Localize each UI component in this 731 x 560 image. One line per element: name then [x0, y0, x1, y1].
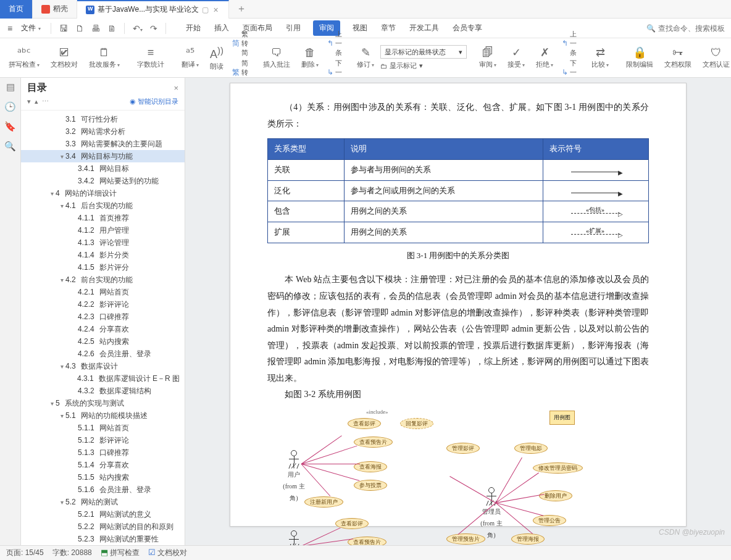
doc-auth-button[interactable]: 🛡文档认证	[698, 40, 731, 77]
paragraph: 如图 3-2 系统用例图	[267, 387, 649, 403]
hamburger-icon[interactable]: ≡	[5, 23, 15, 33]
outline-item[interactable]: ▾4.3数据库设计	[21, 360, 185, 372]
search-icon[interactable]: 🔍	[5, 141, 16, 152]
page-indicator[interactable]: 页面: 15/45	[6, 548, 44, 558]
read-button[interactable]: A))朗读	[205, 40, 228, 77]
command-search[interactable]: 🔍	[646, 24, 726, 33]
qa-print-icon[interactable]: 🖶	[88, 23, 103, 33]
wordcount-button[interactable]: ≡字数统计	[132, 40, 169, 77]
accept-button[interactable]: ✓接受▾	[503, 40, 530, 77]
file-menu[interactable]: 文件 ▾	[16, 23, 45, 33]
outline-item[interactable]: 5.2.2网站测试的目的和原则	[21, 520, 185, 533]
ribbon-tab-insert[interactable]: 插入	[213, 20, 230, 36]
show-marks-button[interactable]: 🗀显示标记▾	[380, 61, 467, 70]
outline-item[interactable]: 5.1.2影评评论	[21, 434, 185, 446]
outline-item[interactable]: ▾5.1网站的功能模块描述	[21, 409, 185, 422]
tab-add-button[interactable]: ＋	[229, 2, 254, 15]
proof-status[interactable]: ☑ 文档校对	[148, 548, 187, 558]
bookmark-icon[interactable]: 🔖	[5, 121, 16, 132]
outline-item[interactable]: 4.3.2数据库逻辑结构	[21, 385, 185, 397]
outline-item[interactable]: 3.4.1网站目标	[21, 162, 185, 175]
outline-item[interactable]: 5.1.1网站首页	[21, 422, 185, 434]
outline-item[interactable]: 3.3网站需要解决的主要问题	[21, 138, 185, 150]
outline-item[interactable]: ▾4.2前台实现的功能	[21, 274, 185, 286]
outline-item[interactable]: ▾4网站的详细设计	[21, 187, 185, 199]
outline-item[interactable]: 5.1.3口碑推荐	[21, 446, 185, 459]
ribbon-tab-start[interactable]: 开始	[185, 20, 202, 36]
tab-close-icon[interactable]: ×	[212, 5, 219, 15]
outline-item[interactable]: 3.2网站需求分析	[21, 125, 185, 138]
prev-comment-button[interactable]: ↰上一条	[327, 30, 342, 57]
outline-item[interactable]: 5.1.5站内搜索	[21, 471, 185, 483]
proofread-button[interactable]: 🗹文档校对	[46, 40, 83, 77]
chevron-icon: ▾	[58, 277, 65, 283]
word-count[interactable]: 字数: 20888	[52, 548, 92, 558]
outline-item[interactable]: 5.1.4分享喜欢	[21, 459, 185, 471]
outline-item[interactable]: 4.2.5站内搜索	[21, 335, 185, 348]
outline-item[interactable]: 4.1.5影片评分	[21, 261, 185, 274]
review-button[interactable]: 🗐审阅▾	[474, 40, 501, 77]
trad-simple-button[interactable]: 简繁转简	[232, 30, 248, 57]
delete-comment-button[interactable]: 🗑删除▾	[296, 40, 324, 77]
filter-icon[interactable]: ⋯	[42, 98, 49, 106]
restrict-button[interactable]: 🔒限制编辑	[621, 40, 658, 77]
outline-item[interactable]: 4.2.6会员注册、登录	[21, 348, 185, 360]
outline-item[interactable]: 4.2.2影评评论	[21, 298, 185, 311]
translate-button[interactable]: ᵃ⁵翻译▾	[177, 40, 204, 77]
ribbon-tab-chapter[interactable]: 章节	[380, 20, 397, 36]
qa-preview-icon[interactable]: 🗎	[104, 23, 119, 33]
spell-check-button[interactable]: ᵃᵇᶜ拼写检查▾	[4, 40, 44, 77]
ribbon-tab-vip[interactable]: 会员专享	[451, 20, 483, 36]
status-bar: 页面: 15/45 字数: 20888 ⬒ 拼写检查 ☑ 文档校对	[0, 545, 731, 560]
ribbon-tab-ref[interactable]: 引用	[285, 20, 302, 36]
tab-document-active[interactable]: 基于JavaWe...与实现 毕业论文 ▢ ×	[77, 0, 229, 19]
correction-button[interactable]: 🗒批改服务▾	[84, 40, 125, 77]
smart-detect-button[interactable]: ◉智能识别目录	[130, 97, 178, 106]
outline-item[interactable]: 5.1.6会员注册、登录	[21, 483, 185, 496]
outline-item[interactable]: ▾3.4网站目标与功能	[21, 150, 185, 162]
outline-item[interactable]: 3.1可行性分析	[21, 113, 185, 125]
outline-item[interactable]: ▾4.1后台实现的功能	[21, 199, 185, 212]
prev-change-button[interactable]: ↰上一条	[562, 30, 577, 57]
outline-item[interactable]: 4.3.1数据库逻辑设计 E－R 图	[21, 372, 185, 385]
expand-icon[interactable]: ▴	[35, 98, 38, 106]
ribbon-tab-view[interactable]: 视图	[351, 20, 369, 36]
ribbon-tab-dev[interactable]: 开发工具	[408, 20, 440, 36]
collapse-icon[interactable]: ▾	[27, 98, 31, 106]
outline-item[interactable]: ▾5.2网站的测试	[21, 496, 185, 508]
outline-item[interactable]: 4.1.1首页推荐	[21, 212, 185, 224]
document-viewport[interactable]: （4）关系：用例图中涉及的关系有：关联、泛化、包含、扩展。如下图 3-1 用例图…	[185, 78, 731, 545]
display-mode-combo[interactable]: 显示标记的最终状态▾	[380, 45, 467, 59]
outline-item[interactable]: 4.1.2用户管理	[21, 224, 185, 236]
outline-item[interactable]: 5.2.1网站测试的意义	[21, 508, 185, 520]
search-input[interactable]	[658, 24, 726, 33]
insert-comment-button[interactable]: 🗨插入批注	[258, 40, 295, 77]
tag-icon[interactable]: 🕒	[5, 101, 16, 112]
tab-minimize-icon[interactable]: ▢	[202, 6, 209, 14]
outline-item[interactable]: 3.4.2网站要达到的功能	[21, 175, 185, 187]
compare-button[interactable]: ⇄比较▾	[587, 40, 614, 77]
outline-tree[interactable]: 3.1可行性分析3.2网站需求分析3.3网站需要解决的主要问题▾3.4网站目标与…	[21, 111, 185, 545]
outline-item[interactable]: 5.2.3网站测试的重要性	[21, 533, 185, 545]
qa-undo-icon[interactable]: ↶▾	[130, 23, 146, 33]
outline-item[interactable]: 4.2.4分享喜欢	[21, 323, 185, 335]
outline-item[interactable]: 4.1.3评论管理	[21, 236, 185, 249]
qa-redo-icon[interactable]: ↷	[147, 23, 161, 33]
outline-item[interactable]: 4.2.1网站首页	[21, 286, 185, 298]
spell-status[interactable]: ⬒ 拼写检查	[101, 548, 140, 558]
qa-saveas-icon[interactable]: 🗋	[72, 23, 87, 33]
doc-perm-button[interactable]: 🗝文档权限	[659, 40, 696, 77]
qa-save-icon[interactable]: 🖫	[56, 23, 71, 33]
close-icon[interactable]: ×	[173, 83, 178, 93]
outline-item[interactable]: ▾5系统的实现与测试	[21, 397, 185, 409]
tab-home[interactable]: 首页	[0, 0, 33, 19]
tab-secondary[interactable]: 稻壳	[33, 0, 77, 19]
relation-table: 关系类型说明表示符号 关联参与者与用例间的关系 泛化参与者之间或用例之间的关系 …	[267, 138, 649, 243]
outline-num: 4	[56, 189, 60, 198]
outline-label: 数据库逻辑设计 E－R 图	[99, 374, 180, 384]
track-changes-button[interactable]: ✎修订▾	[352, 40, 379, 77]
outline-item[interactable]: 4.2.3口碑推荐	[21, 311, 185, 323]
reject-button[interactable]: ✗拒绝▾	[531, 40, 558, 77]
outline-item[interactable]: 4.1.4影片分类	[21, 249, 185, 261]
outline-icon[interactable]: ▤	[5, 81, 16, 93]
